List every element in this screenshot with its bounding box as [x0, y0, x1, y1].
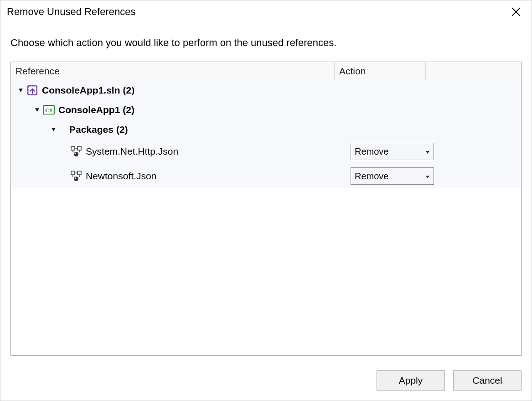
grid-header: Reference Action	[11, 62, 521, 80]
action-dropdown[interactable]: Remove	[351, 143, 434, 160]
package-name: Newtonsoft.Json	[86, 171, 156, 182]
packages-count: (2)	[116, 124, 128, 135]
action-value: Remove	[355, 171, 425, 182]
project-count: (2)	[123, 104, 134, 115]
package-icon	[70, 170, 82, 182]
tree-row-packages[interactable]: Packages (2)	[11, 120, 521, 139]
chevron-down-icon	[425, 146, 430, 157]
apply-button[interactable]: Apply	[377, 370, 445, 391]
svg-rect-4	[71, 146, 75, 150]
column-header-action[interactable]: Action	[334, 62, 425, 80]
solution-name: ConsoleApp1.sln	[42, 85, 120, 96]
chevron-down-icon	[425, 171, 430, 182]
svg-rect-8	[71, 171, 75, 175]
dialog-footer: Apply Cancel	[377, 370, 522, 391]
expander-icon[interactable]	[17, 87, 24, 94]
packages-label: Packages	[69, 124, 114, 135]
tree-row-package[interactable]: Newtonsoft.Json Remove	[11, 164, 521, 188]
csharp-project-icon: C#	[43, 104, 55, 116]
references-grid: Reference Action ConsoleApp1.sln (2)	[10, 62, 522, 356]
svg-text:C#: C#	[45, 107, 52, 114]
reference-tree[interactable]: ConsoleApp1.sln (2) C# ConsoleApp1 (2)	[11, 80, 521, 355]
package-name: System.Net.Http.Json	[86, 146, 178, 157]
svg-point-10	[74, 177, 78, 181]
expander-icon[interactable]	[50, 126, 57, 133]
dialog-title: Remove Unused References	[7, 6, 135, 18]
svg-point-6	[74, 152, 78, 156]
cancel-button[interactable]: Cancel	[453, 370, 522, 391]
column-header-reference[interactable]: Reference	[11, 66, 334, 77]
action-value: Remove	[355, 146, 425, 157]
solution-icon	[26, 84, 38, 96]
close-icon	[511, 7, 521, 16]
expander-icon[interactable]	[34, 107, 40, 113]
package-icon	[70, 146, 82, 157]
column-header-spacer	[425, 62, 521, 80]
tree-row-package[interactable]: System.Net.Http.Json Remove	[11, 139, 521, 164]
spacer-icon	[59, 124, 66, 135]
action-dropdown[interactable]: Remove	[351, 167, 434, 185]
tree-row-solution[interactable]: ConsoleApp1.sln (2)	[11, 80, 521, 100]
dialog-description: Choose which action you would like to pe…	[0, 23, 532, 62]
svg-rect-9	[77, 171, 81, 175]
svg-point-11	[75, 177, 76, 179]
close-button[interactable]	[507, 3, 525, 21]
solution-count: (2)	[123, 85, 135, 96]
svg-rect-5	[77, 146, 81, 150]
tree-row-project[interactable]: C# ConsoleApp1 (2)	[11, 100, 521, 120]
project-name: ConsoleApp1	[58, 104, 120, 115]
svg-point-7	[75, 153, 76, 154]
title-bar: Remove Unused References	[0, 0, 532, 23]
